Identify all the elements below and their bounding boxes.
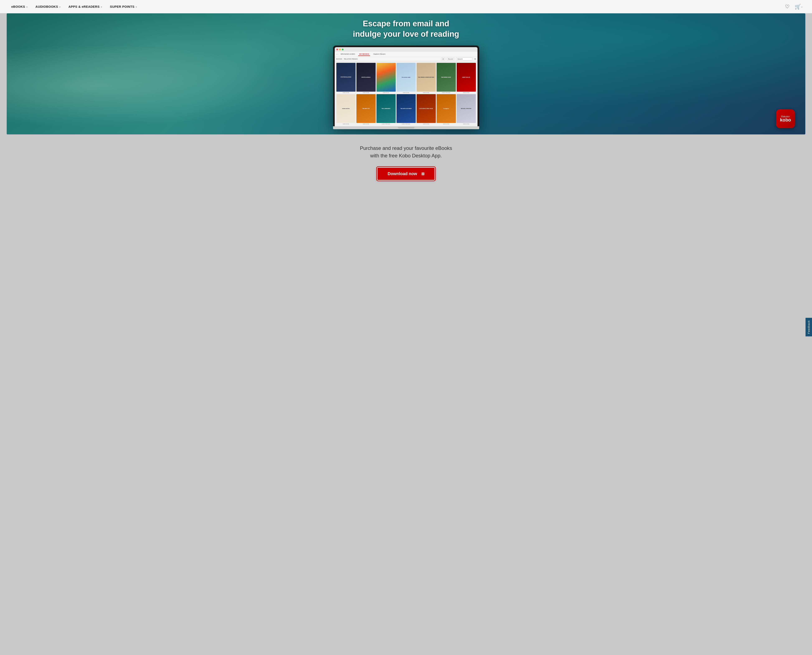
download-now-button[interactable]: Download now ⊞	[377, 167, 435, 181]
tab-my-books[interactable]: MY BOOKS	[358, 52, 370, 56]
kobo-badge: Rakuten kobo	[776, 109, 795, 128]
nav-label-points: SUPER POINTS	[110, 5, 134, 8]
download-btn-wrapper: Download now ⊞	[11, 167, 801, 181]
book-cover: smitten kitchen	[336, 94, 355, 123]
laptop-base	[333, 126, 479, 129]
chevron-down-icon: ⌄	[59, 5, 61, 8]
nav-item-ebooks[interactable]: eBOOKS ⌄	[8, 3, 31, 10]
tab-station-eleven[interactable]: Station Eleven	[372, 52, 386, 56]
list-item: STATION ELEVEN KOBO EPUB	[336, 63, 355, 93]
nav-arrows: ‹ ›	[336, 53, 338, 55]
filter-recent[interactable]: Recent	[447, 58, 454, 60]
hero-center: Escape from email and indulge your love …	[7, 18, 805, 129]
navbar: eBOOKS ⌄ AUDIOBOOKS ⌄ APPS & eREADERS ⌄ …	[0, 0, 812, 13]
toolbar-related-label: RELATED READS	[344, 58, 358, 60]
nav-label-ebooks: eBOOKS	[11, 5, 25, 8]
book-cover: HENRY MILLER	[457, 63, 476, 92]
book-cover: COCK-ROACH RAW I HAGE	[417, 94, 436, 123]
wishlist-button[interactable]: ♡	[784, 3, 790, 11]
minimize-dot	[339, 49, 341, 50]
download-label: Download now	[388, 171, 417, 176]
chevron-down-icon: ⌄	[135, 5, 137, 8]
chevron-down-icon: ⌄	[801, 5, 803, 8]
search-input[interactable]: Search	[456, 58, 473, 60]
main-content: Escape from email and indulge your love …	[0, 13, 812, 201]
list-item: KOBO PLUS	[377, 63, 396, 93]
book-label: KOBO PREVIEW	[397, 123, 416, 125]
list-item: COCK-ROACH RAW I HAGE KOBO EPUB	[417, 94, 436, 125]
list-item: THE MARTIAN KOBO EPUB	[357, 94, 375, 125]
heart-icon: ♡	[785, 4, 790, 9]
chevron-down-icon: ⌄	[100, 5, 103, 8]
book-cover: THE MARTIAN	[357, 94, 375, 123]
cart-icon: 🛒	[795, 4, 801, 9]
back-icon: ‹	[336, 53, 337, 55]
laptop-titlebar	[335, 47, 478, 52]
list-item: One stormy night KOBO EPUB	[397, 63, 416, 93]
nav-right: ♡ 🛒 ⌄	[784, 3, 804, 11]
laptop-screen-outer: ‹ › BROWSE KOBO MY BOOKS Station Eleven	[333, 46, 479, 126]
book-label: KOBO PLUS	[377, 92, 396, 93]
hero-banner: Escape from email and indulge your love …	[7, 13, 805, 134]
feedback-button[interactable]: Feedback	[806, 318, 812, 336]
list-item: KRISTIN HANNAH KOBO EPUB	[357, 63, 375, 93]
laptop-toolbar: BOOKS RELATED READS All Recent Search ⊞	[335, 57, 478, 61]
book-cover: KRISTIN HANNAH	[357, 63, 375, 92]
book-cover: THE BURIED GIANT	[437, 63, 456, 92]
book-label: KOBO EPUB	[357, 92, 375, 93]
hero-title: Escape from email and indulge your love …	[353, 18, 459, 39]
book-cover: One stormy night	[397, 63, 416, 92]
list-item: THE SUN ALSO RISES KOBO PREVIEW	[397, 94, 416, 125]
laptop-notch	[398, 127, 414, 129]
book-label: KOBO EPUB	[336, 123, 355, 125]
feedback-sidebar: Feedback	[806, 318, 812, 337]
list-item: Contagious KOBO EPUB	[437, 94, 456, 125]
list-item: MICHAEL CRICHTER KOBO EPUB	[457, 94, 476, 125]
filter-all[interactable]: All	[441, 58, 445, 60]
book-label: KOBO EPUB	[357, 123, 375, 125]
nav-label-apps: APPS & eREADERS	[69, 5, 100, 8]
book-label: KOBO EPUB	[336, 92, 355, 93]
laptop-tabs: BROWSE KOBO MY BOOKS Station Eleven	[340, 52, 386, 56]
laptop-mockup: ‹ › BROWSE KOBO MY BOOKS Station Eleven	[333, 46, 479, 129]
tab-browse-kobo[interactable]: BROWSE KOBO	[340, 52, 356, 56]
book-label: KOBO EPUB	[457, 92, 476, 93]
book-label: KOBO EPUB	[457, 123, 476, 125]
maximize-dot	[342, 49, 343, 50]
section-description: Purchase and read your favourite eBooks …	[11, 145, 801, 160]
book-label: KOBO PREVIEW	[377, 123, 396, 125]
nav-left: eBOOKS ⌄ AUDIOBOOKS ⌄ APPS & eREADERS ⌄ …	[8, 3, 140, 10]
book-label: KOBO EPUB	[417, 123, 436, 125]
list-item: HENRY MILLER KOBO EPUB	[457, 63, 476, 93]
book-cover: THE LUMINARIES	[377, 94, 396, 123]
windows-icon: ⊞	[421, 172, 424, 176]
toolbar-books-label: BOOKS	[336, 58, 342, 60]
nav-label-audiobooks: AUDIOBOOKS	[35, 5, 58, 8]
book-cover: STATION ELEVEN	[336, 63, 355, 92]
laptop-books-grid: STATION ELEVEN KOBO EPUB KRISTIN HANNAH …	[335, 61, 478, 126]
book-cover	[377, 63, 396, 92]
book-cover: THE ORENDA JOSEPH BOYDEN	[417, 63, 436, 92]
book-cover: MICHAEL CRICHTER	[457, 94, 476, 123]
book-label: KOBO EPUB	[397, 92, 416, 93]
kobo-name-label: kobo	[780, 118, 791, 122]
chevron-down-icon: ⌄	[26, 5, 28, 8]
section-below: Purchase and read your favourite eBooks …	[7, 134, 805, 191]
list-item: smitten kitchen KOBO EPUB	[336, 94, 355, 125]
list-item: THE LUMINARIES KOBO PREVIEW	[377, 94, 396, 125]
laptop-screen-inner: ‹ › BROWSE KOBO MY BOOKS Station Eleven	[335, 47, 478, 126]
book-label: KOBO EPUB	[417, 92, 436, 93]
forward-icon: ›	[338, 53, 338, 55]
book-label: KOBO PREVIEW	[437, 92, 456, 93]
grid-view-icon[interactable]: ⊞	[474, 58, 476, 60]
laptop-nav-bar: ‹ › BROWSE KOBO MY BOOKS Station Eleven	[335, 52, 478, 57]
list-item: THE BURIED GIANT KOBO PREVIEW	[437, 63, 456, 93]
nav-item-apps-ereaders[interactable]: APPS & eREADERS ⌄	[66, 3, 105, 10]
cart-button[interactable]: 🛒 ⌄	[794, 3, 804, 11]
close-dot	[336, 49, 338, 50]
nav-item-super-points[interactable]: SUPER POINTS ⌄	[107, 3, 140, 10]
nav-item-audiobooks[interactable]: AUDIOBOOKS ⌄	[32, 3, 64, 10]
list-item: THE ORENDA JOSEPH BOYDEN KOBO EPUB	[417, 63, 436, 93]
book-cover: Contagious	[437, 94, 456, 123]
book-label: KOBO EPUB	[437, 123, 456, 125]
